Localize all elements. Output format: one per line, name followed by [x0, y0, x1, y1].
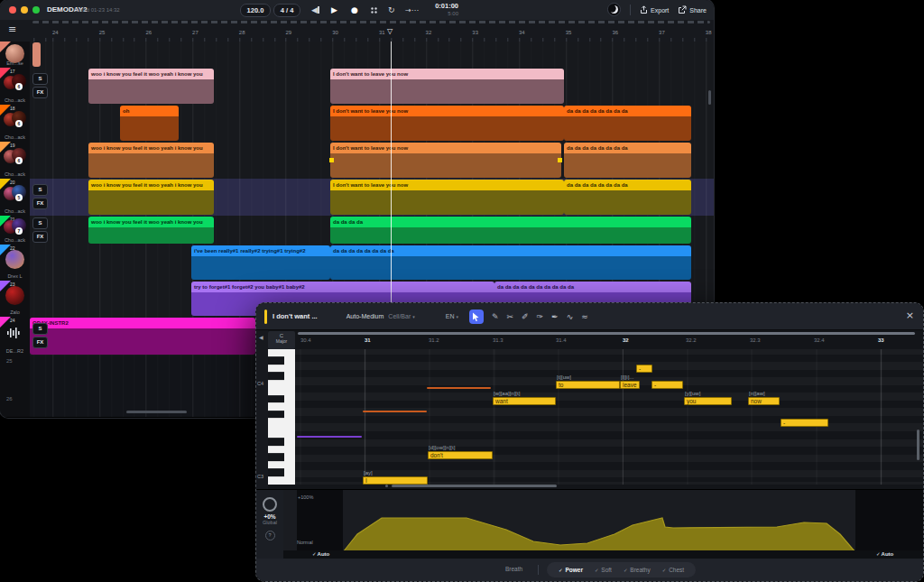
- pitch-draw-tool[interactable]: ✒: [551, 312, 559, 321]
- clip-handle[interactable]: [329, 158, 334, 162]
- midi-note[interactable]: -: [651, 381, 683, 389]
- track-header[interactable]: 205Cho...ack: [0, 179, 31, 216]
- vibrato-tool[interactable]: ∿: [567, 312, 574, 321]
- clip[interactable]: ODAY-INSTR2: [30, 318, 255, 355]
- horizontal-scrollbar[interactable]: [126, 411, 187, 413]
- clip[interactable]: woo i know you feel it woo yeah i know y…: [88, 217, 214, 244]
- track-header[interactable]: 25: [0, 356, 31, 393]
- track-lane[interactable]: woo i know you feel it woo yeah i know y…: [30, 68, 714, 105]
- clip[interactable]: i've been really#1 really#2 trying#1 try…: [191, 245, 330, 280]
- clip[interactable]: da da da da: [330, 217, 691, 244]
- pointer-tool[interactable]: [469, 309, 484, 324]
- pitch-anchor-tool[interactable]: ✑: [537, 312, 544, 321]
- track-header[interactable]: 217Cho...ack: [0, 216, 31, 245]
- clip[interactable]: [32, 42, 41, 67]
- grid-dots-icon[interactable]: [370, 3, 378, 17]
- pitch-pen-tool[interactable]: ✐: [522, 312, 529, 321]
- language-select[interactable]: EN ▾: [446, 313, 458, 319]
- clip[interactable]: I don't want to leave you now: [330, 143, 561, 178]
- solo-button[interactable]: S: [32, 184, 48, 196]
- track-header[interactable]: 26: [0, 393, 31, 417]
- mode-select[interactable]: Auto-Medium: [346, 313, 384, 319]
- voice-option-breathy[interactable]: ✓ Breathy: [624, 567, 651, 573]
- clip[interactable]: woo i know you feel it woo yeah i know y…: [88, 180, 214, 215]
- track-lane[interactable]: i've been really#1 really#2 trying#1 try…: [30, 245, 714, 281]
- minimize-window-button[interactable]: [21, 6, 28, 14]
- midi-note[interactable]: now[n][aw]: [748, 397, 780, 405]
- clip-handle[interactable]: [558, 158, 562, 162]
- midi-note[interactable]: don't[d][ow][n][t]: [428, 451, 493, 459]
- solo-button[interactable]: S: [32, 217, 48, 229]
- clip[interactable]: oh: [120, 106, 179, 141]
- roll-bottom-scrollbar[interactable]: [392, 485, 557, 487]
- clip[interactable]: woo i know you feel it woo yeah i know y…: [88, 143, 214, 178]
- clip[interactable]: da da da da da da da da: [564, 106, 691, 141]
- track-header[interactable]: 23Zalo: [0, 281, 31, 317]
- track-header[interactable]: 196Cho...ack: [0, 142, 31, 179]
- fx-button[interactable]: FX: [32, 231, 48, 243]
- timeline-ruler[interactable]: ≡ 242526272829303132333435363738 ▽: [0, 20, 714, 42]
- grid-select[interactable]: Cell/Bar ▾: [388, 313, 414, 319]
- fx-button[interactable]: FX: [32, 87, 48, 98]
- playhead-line[interactable]: [391, 42, 392, 302]
- roll-vertical-scrollbar[interactable]: [917, 430, 919, 460]
- track-lane[interactable]: woo i know you feel it woo yeah i know y…: [30, 142, 714, 179]
- solo-button[interactable]: S: [32, 73, 48, 85]
- clip[interactable]: I don't want to leave you now: [330, 106, 564, 141]
- clip[interactable]: da da da da da da da da: [564, 143, 691, 178]
- avatar-icon[interactable]: [607, 3, 621, 17]
- voice-option-chest[interactable]: ✓ Chest: [662, 567, 684, 573]
- clip[interactable]: da da da da da da da da: [564, 180, 691, 215]
- scissors-tool[interactable]: ✂: [506, 312, 513, 321]
- fx-button[interactable]: FX: [32, 198, 48, 209]
- track-header[interactable]: 186Cho...ack: [0, 105, 31, 142]
- pencil-tool[interactable]: ✎: [492, 312, 499, 321]
- tempo-field[interactable]: 120.0: [240, 4, 271, 17]
- auto-toggle-left[interactable]: ✓Auto: [312, 551, 329, 557]
- play-icon[interactable]: ▶: [331, 3, 337, 17]
- time-signature-field[interactable]: 4 / 4: [273, 4, 300, 17]
- midi-note[interactable]: I[ay]: [363, 476, 428, 485]
- export-button[interactable]: Export: [640, 5, 669, 14]
- midi-note[interactable]: you[y][uw]: [684, 397, 732, 405]
- record-icon[interactable]: ●: [351, 3, 358, 17]
- track-header[interactable]: Em...se: [0, 42, 31, 68]
- track-header[interactable]: 176Cho...ack: [0, 68, 31, 105]
- zoom-window-button[interactable]: [32, 6, 40, 14]
- clip[interactable]: da da da da da da da da: [330, 245, 691, 280]
- smooth-tool[interactable]: ≈: [581, 312, 588, 321]
- vertical-scrollbar[interactable]: [708, 90, 711, 105]
- track-lane[interactable]: woo i know you feel it woo yeah i know y…: [30, 216, 714, 245]
- midi-note[interactable]: to[t][uw]: [556, 381, 620, 389]
- track-lane[interactable]: [30, 42, 714, 68]
- global-knob[interactable]: [263, 497, 277, 512]
- voice-option-power[interactable]: ✓ Power: [559, 567, 583, 573]
- help-icon[interactable]: ?: [265, 531, 275, 540]
- close-icon[interactable]: ×: [906, 309, 914, 321]
- clip[interactable]: I don't want to leave you now: [330, 69, 564, 104]
- playhead-marker-icon[interactable]: ▽: [387, 27, 393, 35]
- midi-note[interactable]: leave[l][i]...: [620, 381, 640, 389]
- track-header[interactable]: 24DE...R2: [0, 317, 31, 356]
- share-button[interactable]: Share: [678, 5, 707, 14]
- auto-toggle-right[interactable]: ✓Auto: [876, 551, 893, 557]
- skip-back-icon[interactable]: ◀: [311, 3, 319, 17]
- menu-icon[interactable]: ≡: [8, 23, 16, 35]
- midi-note[interactable]: want[w][aa][n][t]: [493, 397, 556, 405]
- breath-toggle[interactable]: Breath: [505, 566, 522, 572]
- midi-note[interactable]: -: [636, 365, 652, 373]
- solo-button[interactable]: S: [32, 323, 48, 335]
- track-header[interactable]: 22Drex L: [0, 245, 31, 281]
- clip[interactable]: woo i know you feel it woo yeah i know y…: [88, 69, 214, 104]
- loop-icon[interactable]: ↻: [388, 3, 395, 17]
- track-lane[interactable]: woo i know you feel it woo yeah i know y…: [30, 179, 714, 216]
- voice-option-soft[interactable]: ✓ Soft: [595, 567, 612, 573]
- track-lane[interactable]: ohI don't want to leave you nowda da da …: [30, 105, 714, 142]
- clip[interactable]: I don't want to leave you now: [330, 180, 564, 215]
- close-window-button[interactable]: [9, 6, 16, 14]
- fx-button[interactable]: FX: [32, 337, 48, 348]
- parameter-lane[interactable]: +100% Normal: [283, 490, 923, 550]
- timeline-overview-scrollbar[interactable]: [32, 21, 710, 23]
- midi-note[interactable]: -: [781, 419, 828, 427]
- clip-body: [564, 116, 691, 141]
